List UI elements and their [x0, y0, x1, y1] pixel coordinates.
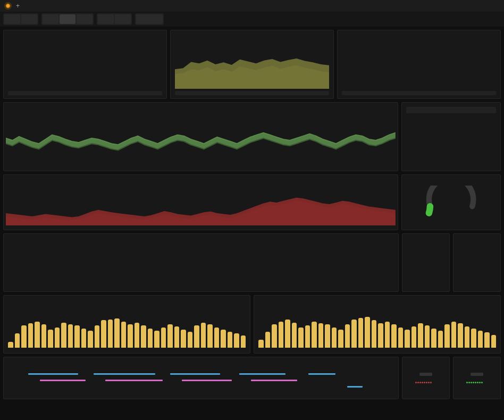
toolbar-group-2: [41, 13, 94, 25]
panel-stat-1[interactable]: [402, 233, 450, 292]
toolbar-btn[interactable]: [98, 14, 114, 24]
window-titlebar: +: [0, 0, 504, 12]
mini-label-placeholder: [471, 373, 483, 376]
panel-mini-red[interactable]: [402, 357, 450, 399]
panel-wide-green[interactable]: [3, 102, 398, 171]
panel-top-right[interactable]: [337, 30, 501, 99]
toolbar-btn[interactable]: [77, 14, 93, 24]
toolbar-group-4: [135, 13, 164, 25]
sparkline-green: [466, 378, 488, 383]
panel-top-left[interactable]: [3, 30, 167, 99]
panel-legend-placeholder: [342, 91, 496, 95]
toolbar-group-1: [3, 13, 38, 25]
kv-row-placeholder: [406, 107, 496, 113]
toolbar-btn[interactable]: [4, 14, 20, 24]
mini-label-placeholder: [419, 373, 432, 376]
toolbar-group-3: [97, 13, 132, 25]
panel-stat-2[interactable]: [453, 233, 501, 292]
panel-legend-placeholder: [8, 91, 162, 95]
sparkline-red: [415, 378, 436, 383]
panel-top-mid[interactable]: [170, 30, 334, 99]
panel-side-kv[interactable]: [401, 102, 501, 171]
toolbar-btn[interactable]: [21, 14, 37, 24]
panel-blue-bars[interactable]: [3, 233, 399, 292]
dashboard-toolbar: [0, 12, 504, 27]
toolbar-btn[interactable]: [115, 14, 131, 24]
toolbar-btn[interactable]: [60, 14, 75, 24]
dashboard-grid: [0, 27, 504, 402]
panel-yellow-right[interactable]: [254, 295, 501, 354]
new-tab-icon[interactable]: +: [16, 2, 20, 10]
panel-gauge[interactable]: [401, 174, 501, 230]
panel-timeline[interactable]: [3, 357, 399, 399]
toolbar-btn[interactable]: [43, 14, 58, 24]
panel-mini-green[interactable]: [453, 357, 501, 399]
panel-legend-placeholder: [175, 91, 329, 95]
panel-yellow-left[interactable]: [3, 295, 250, 354]
toolbar-btn[interactable]: [136, 14, 163, 24]
panel-wide-red[interactable]: [3, 174, 398, 230]
browser-tab-icon[interactable]: [4, 2, 12, 10]
